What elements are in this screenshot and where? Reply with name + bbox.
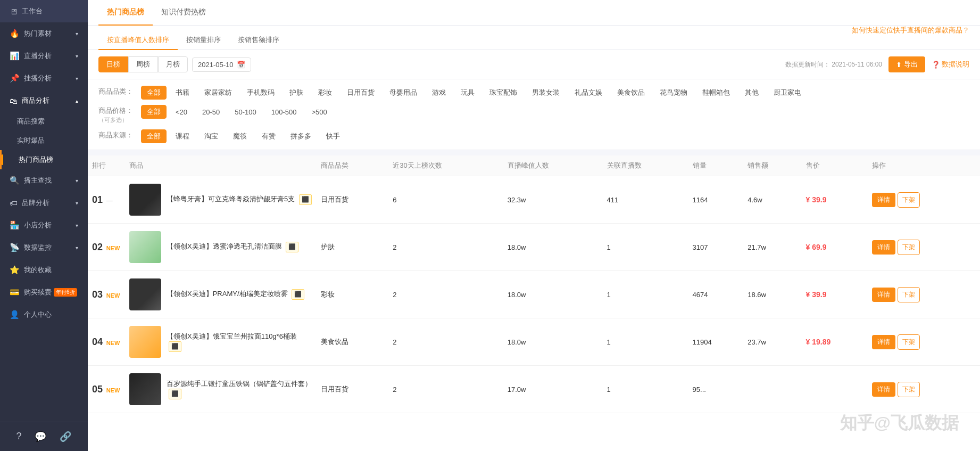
col-related-lives: 关联直播数 xyxy=(603,155,688,176)
detail-btn[interactable]: 详情 xyxy=(872,240,895,255)
category-tag-appliance[interactable]: 厨卫家电 xyxy=(768,86,807,100)
workbench-icon: 🖥 xyxy=(10,7,18,16)
source-tag-all[interactable]: 全部 xyxy=(141,129,167,143)
category-tag-clothing[interactable]: 男装女装 xyxy=(526,86,566,100)
product-name-link[interactable]: 【领创X吴迪】饿宝宝兰州拉面110g*6桶装 xyxy=(167,332,297,340)
shop-analysis-icon: 🏪 xyxy=(10,220,20,230)
category-tag-books[interactable]: 书籍 xyxy=(170,86,195,100)
category-tag-skincare[interactable]: 护肤 xyxy=(284,86,309,100)
detail-btn[interactable]: 详情 xyxy=(872,288,895,302)
sidebar-item-product-analysis[interactable]: 🛍 商品分析 ▴ xyxy=(0,89,88,112)
link-icon[interactable]: 🔗 xyxy=(60,431,71,442)
date-picker[interactable]: 2021-05-10 📅 xyxy=(192,58,251,72)
source-tag-youzan[interactable]: 有赞 xyxy=(256,129,281,143)
product-name-link[interactable]: 【领创X吴迪】PRAMY/柏瑞美定妆喷雾 xyxy=(167,290,288,298)
category-tag-digital[interactable]: 手机数码 xyxy=(241,86,280,100)
chevron-down-icon: ▾ xyxy=(76,76,78,81)
sidebar-item-shop-analysis[interactable]: 🏪 小店分析 ▾ xyxy=(0,214,88,236)
col-sales-amount: 销售额 xyxy=(743,155,801,176)
chat-icon[interactable]: 💬 xyxy=(35,431,46,442)
product-cell: 【领创X吴迪】PRAMY/柏瑞美定妆喷雾 ⬛ xyxy=(129,278,312,310)
product-name-link[interactable]: 【蜂粤牙膏】可立克蜂粤焱清护龈牙膏5支 xyxy=(167,195,295,203)
tab-hot-products[interactable]: 热门商品榜 xyxy=(98,0,153,26)
filters-section: 商品品类： 全部 书籍 家居家纺 手机数码 护肤 彩妆 日用百货 母婴用品 游戏… xyxy=(88,79,980,150)
filter-row-price: 商品价格： （可多选） 全部 <20 20-50 50-100 100-500 … xyxy=(98,105,969,124)
detail-btn[interactable]: 详情 xyxy=(872,193,895,207)
source-tag-mojia[interactable]: 魔筷 xyxy=(227,129,253,143)
source-tag-pinduoduo[interactable]: 拼多多 xyxy=(285,129,317,143)
source-tag-course[interactable]: 课程 xyxy=(170,129,195,143)
category-tag-food[interactable]: 美食饮品 xyxy=(611,86,651,100)
sidebar-item-hang-analysis[interactable]: 📌 挂播分析 ▾ xyxy=(0,67,88,89)
col-action: 操作 xyxy=(868,155,980,176)
down-btn[interactable]: 下架 xyxy=(898,287,920,302)
category-tag-makeup[interactable]: 彩妆 xyxy=(312,86,338,100)
upload-icon: ⬆ xyxy=(896,61,902,69)
source-tag-taobao[interactable]: 淘宝 xyxy=(198,129,224,143)
export-btn[interactable]: ⬆ 导出 xyxy=(888,56,925,72)
detail-btn[interactable]: 详情 xyxy=(872,382,895,397)
category-tag-daily[interactable]: 日用百货 xyxy=(341,86,380,100)
sales-amount-cell: 21.7w xyxy=(743,224,801,271)
category-tag-home[interactable]: 家居家纺 xyxy=(198,86,238,100)
price-tag-gt500[interactable]: >500 xyxy=(306,106,333,118)
sidebar-item-brand-analysis[interactable]: 🏷 品牌分析 ▾ xyxy=(0,192,88,214)
sort-tab-live-audience[interactable]: 按直播峰值人数排序 xyxy=(98,31,178,50)
daily-btn[interactable]: 日榜 xyxy=(98,56,128,72)
product-cell: 【领创X吴迪】透蜜净透毛孔清洁面膜 ⬛ xyxy=(129,231,312,263)
how-to-link[interactable]: 如何快速定位快手直播间的爆款商品？ xyxy=(852,26,969,35)
sort-tab-sales-volume[interactable]: 按销量排序 xyxy=(178,31,229,50)
sidebar-item-buy-vip[interactable]: 💳 购买续费 年付6折 xyxy=(0,281,88,304)
down-btn[interactable]: 下架 xyxy=(898,192,920,208)
sidebar-item-data-monitor[interactable]: 📡 数据监控 ▾ xyxy=(0,236,88,259)
price-tag-50-100[interactable]: 50-100 xyxy=(229,106,262,118)
sidebar-item-host-lookup[interactable]: 🔍 播主查找 ▾ xyxy=(0,169,88,192)
down-btn[interactable]: 下架 xyxy=(898,334,920,350)
data-explain-link[interactable]: ❓ 数据说明 xyxy=(932,60,969,69)
chevron-up-icon: ▴ xyxy=(76,98,78,104)
price-tag-lt20[interactable]: <20 xyxy=(170,106,193,118)
price-tag-20-50[interactable]: 20-50 xyxy=(196,106,226,118)
product-name-link[interactable]: 【领创X吴迪】透蜜净透毛孔清洁面膜 xyxy=(167,242,282,250)
price-tag-100-500[interactable]: 100-500 xyxy=(265,106,303,118)
down-btn[interactable]: 下架 xyxy=(898,382,920,397)
source-tag-kuaishou[interactable]: 快手 xyxy=(320,129,346,143)
price-tag-all[interactable]: 全部 xyxy=(141,105,167,119)
sidebar-bottom: ? 💬 🔗 xyxy=(0,422,88,451)
detail-btn[interactable]: 详情 xyxy=(872,335,895,349)
category-tag-jewelry[interactable]: 珠宝配饰 xyxy=(484,86,523,100)
sales-cell: 4674 xyxy=(688,271,744,318)
product-cell-td: 【蜂粤牙膏】可立克蜂粤焱清护龈牙膏5支 ⬛ xyxy=(125,176,317,224)
sidebar-item-workbench[interactable]: 🖥 工作台 xyxy=(0,0,88,22)
sidebar-item-live-analysis[interactable]: 📊 直播分析 ▾ xyxy=(0,45,88,67)
category-tag-gifts[interactable]: 礼品文娱 xyxy=(569,86,608,100)
product-tag: ⬛ xyxy=(169,389,181,399)
product-image xyxy=(129,373,161,405)
sort-tabs: 按直播峰值人数排序 按销量排序 按销售额排序 如何快速定位快手直播间的爆款商品？ xyxy=(98,26,969,50)
help-icon[interactable]: ? xyxy=(16,431,21,442)
product-cell: 【蜂粤牙膏】可立克蜂粤焱清护龈牙膏5支 ⬛ xyxy=(129,184,312,216)
tab-knowledge-pay[interactable]: 知识付费热榜 xyxy=(153,0,214,26)
top-tabs-bar: 热门商品榜 知识付费热榜 xyxy=(88,0,980,26)
product-name-link[interactable]: 百岁源纯手工锻打童压铁锅（锅铲盖勺五件套） xyxy=(167,380,312,388)
sort-tab-sales-amount[interactable]: 按销售额排序 xyxy=(229,31,288,50)
sidebar-sub-item-hot-product-rank[interactable]: 热门商品榜 xyxy=(0,150,88,169)
sidebar-sub-item-realtime-hot[interactable]: 实时爆品 xyxy=(0,131,88,150)
sidebar-sub-item-product-search[interactable]: 商品搜索 xyxy=(0,112,88,131)
sales-cell: 3107 xyxy=(688,224,744,271)
col-sales: 销量 xyxy=(688,155,744,176)
category-tag-babycare[interactable]: 母婴用品 xyxy=(384,86,423,100)
down-btn[interactable]: 下架 xyxy=(898,240,920,255)
category-tag-toys[interactable]: 玩具 xyxy=(455,86,480,100)
category-tag-pets[interactable]: 花鸟宠物 xyxy=(654,86,693,100)
rank-cell: 05 NEW xyxy=(88,366,125,413)
weekly-btn[interactable]: 周榜 xyxy=(128,56,158,72)
category-tag-shoes[interactable]: 鞋帽箱包 xyxy=(696,86,736,100)
sidebar-item-collection[interactable]: ⭐ 我的收藏 xyxy=(0,259,88,281)
sidebar-item-personal[interactable]: 👤 个人中心 xyxy=(0,304,88,326)
category-tag-all[interactable]: 全部 xyxy=(141,86,167,100)
category-tag-games[interactable]: 游戏 xyxy=(426,86,452,100)
sidebar-item-hot-material[interactable]: 🔥 热门素材 ▾ xyxy=(0,22,88,45)
category-tag-other[interactable]: 其他 xyxy=(739,86,765,100)
monthly-btn[interactable]: 月榜 xyxy=(158,56,188,72)
